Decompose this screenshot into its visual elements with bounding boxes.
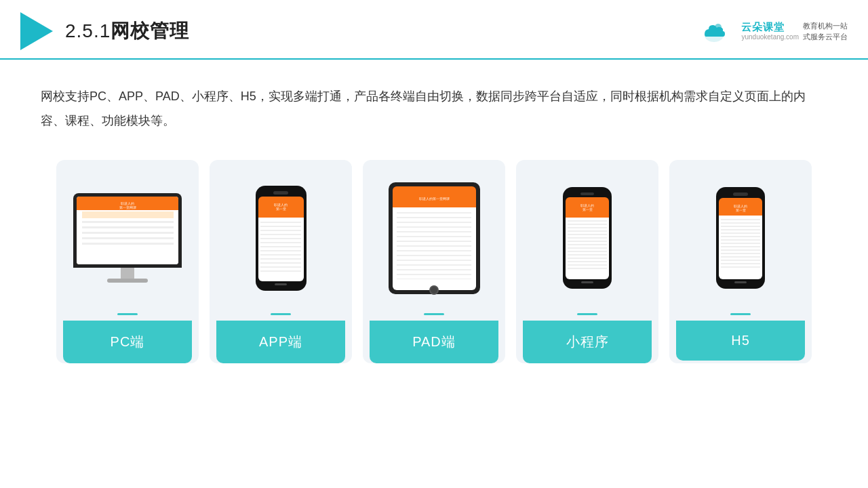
h5-screen: 职进人的第一堂 [719, 198, 762, 279]
card-h5-image: 职进人的第一堂 [676, 174, 805, 302]
app-device-icon: 职进人的第一堂 [256, 186, 307, 291]
card-pad: 职进人的第一堂网课 PAD端 [363, 160, 505, 363]
brand-logo: 云朵课堂 yunduoketang.com 教育机构一站 式服务云平台 [699, 19, 848, 43]
card-pad-image: 职进人的第一堂网课 [370, 174, 498, 302]
card-pc: 职进人的第一堂网课 PC端 [56, 160, 199, 363]
card-miniprogram: 职进人的第一堂 小程序 [516, 160, 658, 363]
page-header: 2.5.1网校管理 云朵课堂 yunduoketang.com 教育机构一站 式… [0, 0, 868, 60]
tablet-screen: 职进人的第一堂网课 [393, 186, 476, 290]
card-pad-label: PAD端 [370, 321, 498, 363]
page-title: 2.5.1网校管理 [65, 18, 189, 44]
card-pc-label: PC端 [63, 321, 192, 363]
card-app-image: 职进人的第一堂 [216, 174, 345, 302]
miniprogram-home-btn [581, 281, 593, 283]
brand-slogan: 教育机构一站 式服务云平台 [803, 20, 848, 43]
device-cards: 职进人的第一堂网课 PC端 职进人的第一堂 [0, 146, 868, 377]
description-text: 网校支持PC、APP、PAD、小程序、H5，实现多端打通，产品各终端自由切换，数… [0, 60, 868, 146]
h5-home-btn [734, 281, 747, 283]
phone-notch [273, 191, 288, 195]
cloud-icon [699, 19, 737, 43]
svg-point-1 [715, 24, 722, 30]
header-left: 2.5.1网校管理 [20, 12, 189, 50]
brand-text: 云朵课堂 yunduoketang.com [741, 21, 799, 41]
tablet-home-btn [429, 285, 439, 295]
card-app: 职进人的第一堂 APP端 [210, 160, 352, 363]
phone-home-btn [275, 283, 287, 285]
phone-screen: 职进人的第一堂 [258, 197, 304, 281]
logo-triangle-icon [20, 12, 53, 50]
pc-device-icon: 职进人的第一堂网课 [73, 193, 182, 283]
card-pc-bar [117, 313, 138, 315]
card-pc-image: 职进人的第一堂网课 [63, 174, 192, 302]
miniprogram-notch [580, 192, 594, 195]
h5-device-icon: 职进人的第一堂 [716, 187, 765, 289]
card-h5: 职进人的第一堂 H5 [669, 160, 812, 363]
card-app-bar [271, 313, 291, 315]
miniprogram-device-icon: 职进人的第一堂 [563, 187, 612, 289]
card-miniprogram-bar [577, 313, 597, 315]
card-miniprogram-label: 小程序 [523, 321, 652, 363]
card-h5-bar [730, 313, 751, 315]
miniprogram-screen: 职进人的第一堂 [566, 197, 609, 279]
card-miniprogram-image: 职进人的第一堂 [523, 174, 652, 302]
card-pad-bar [424, 313, 444, 315]
card-app-label: APP端 [216, 321, 345, 363]
h5-notch [733, 192, 748, 196]
card-h5-label: H5 [676, 321, 805, 361]
pad-device-icon: 职进人的第一堂网课 [389, 182, 480, 294]
